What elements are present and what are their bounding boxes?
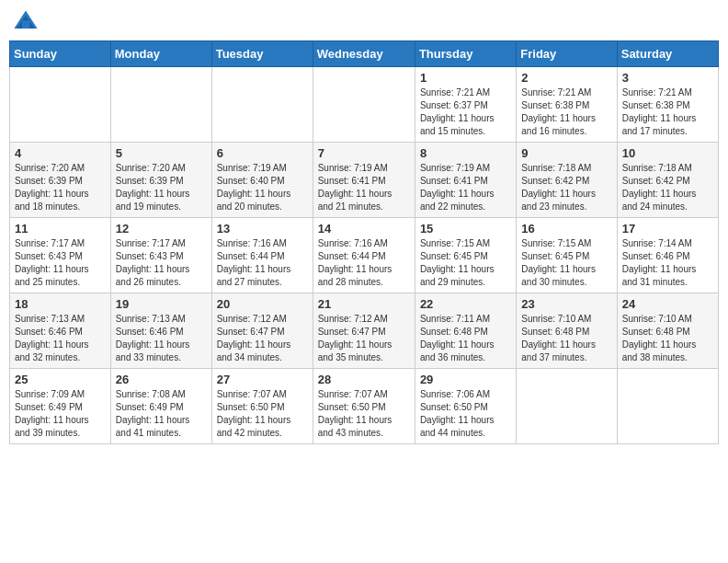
day-cell: 25Sunrise: 7:09 AM Sunset: 6:49 PM Dayli… xyxy=(10,369,111,444)
day-number: 12 xyxy=(116,222,207,236)
day-cell: 20Sunrise: 7:12 AM Sunset: 6:47 PM Dayli… xyxy=(211,293,313,369)
page-header xyxy=(9,9,719,35)
day-number: 19 xyxy=(116,297,207,311)
weekday-header-thursday: Thursday xyxy=(415,41,516,67)
weekday-row: SundayMondayTuesdayWednesdayThursdayFrid… xyxy=(10,41,719,67)
day-cell xyxy=(313,67,415,143)
day-number: 16 xyxy=(521,222,611,236)
weekday-header-wednesday: Wednesday xyxy=(313,41,415,67)
day-cell: 21Sunrise: 7:12 AM Sunset: 6:47 PM Dayli… xyxy=(313,293,415,369)
day-cell: 22Sunrise: 7:11 AM Sunset: 6:48 PM Dayli… xyxy=(415,293,516,369)
day-number: 1 xyxy=(420,71,511,85)
week-row-5: 25Sunrise: 7:09 AM Sunset: 6:49 PM Dayli… xyxy=(10,369,719,444)
calendar-table: SundayMondayTuesdayWednesdayThursdayFrid… xyxy=(9,40,719,444)
day-cell: 29Sunrise: 7:06 AM Sunset: 6:50 PM Dayli… xyxy=(415,369,516,444)
day-info: Sunrise: 7:12 AM Sunset: 6:47 PM Dayligh… xyxy=(217,313,308,364)
day-number: 2 xyxy=(521,71,611,85)
day-info: Sunrise: 7:15 AM Sunset: 6:45 PM Dayligh… xyxy=(521,237,611,289)
day-number: 7 xyxy=(318,146,410,160)
day-number: 11 xyxy=(15,222,106,236)
day-info: Sunrise: 7:14 AM Sunset: 6:46 PM Dayligh… xyxy=(622,237,713,289)
day-cell: 11Sunrise: 7:17 AM Sunset: 6:43 PM Dayli… xyxy=(10,218,111,293)
svg-rect-2 xyxy=(22,21,29,29)
day-info: Sunrise: 7:07 AM Sunset: 6:50 PM Dayligh… xyxy=(318,388,410,440)
day-cell: 17Sunrise: 7:14 AM Sunset: 6:46 PM Dayli… xyxy=(617,218,718,293)
day-info: Sunrise: 7:09 AM Sunset: 6:49 PM Dayligh… xyxy=(15,388,106,440)
day-number: 17 xyxy=(622,222,713,236)
day-number: 3 xyxy=(622,71,713,85)
day-cell: 13Sunrise: 7:16 AM Sunset: 6:44 PM Dayli… xyxy=(211,218,313,293)
day-info: Sunrise: 7:10 AM Sunset: 6:48 PM Dayligh… xyxy=(521,313,611,364)
calendar-header: SundayMondayTuesdayWednesdayThursdayFrid… xyxy=(10,41,719,67)
day-number: 6 xyxy=(217,146,308,160)
weekday-header-saturday: Saturday xyxy=(617,41,718,67)
day-cell: 6Sunrise: 7:19 AM Sunset: 6:40 PM Daylig… xyxy=(211,143,313,218)
weekday-header-monday: Monday xyxy=(110,41,211,67)
day-number: 13 xyxy=(217,222,308,236)
day-info: Sunrise: 7:10 AM Sunset: 6:48 PM Dayligh… xyxy=(622,313,713,364)
day-info: Sunrise: 7:19 AM Sunset: 6:41 PM Dayligh… xyxy=(420,162,511,213)
day-cell: 1Sunrise: 7:21 AM Sunset: 6:37 PM Daylig… xyxy=(415,67,516,143)
day-info: Sunrise: 7:18 AM Sunset: 6:42 PM Dayligh… xyxy=(622,162,713,213)
day-number: 20 xyxy=(217,297,308,311)
day-cell: 19Sunrise: 7:13 AM Sunset: 6:46 PM Dayli… xyxy=(110,293,211,369)
day-cell xyxy=(517,369,617,444)
day-number: 25 xyxy=(15,373,106,386)
day-cell: 26Sunrise: 7:08 AM Sunset: 6:49 PM Dayli… xyxy=(110,369,211,444)
day-cell: 3Sunrise: 7:21 AM Sunset: 6:38 PM Daylig… xyxy=(617,67,718,143)
day-number: 4 xyxy=(15,146,106,160)
day-cell: 2Sunrise: 7:21 AM Sunset: 6:38 PM Daylig… xyxy=(517,67,617,143)
week-row-4: 18Sunrise: 7:13 AM Sunset: 6:46 PM Dayli… xyxy=(10,293,719,369)
calendar-body: 1Sunrise: 7:21 AM Sunset: 6:37 PM Daylig… xyxy=(10,67,719,444)
day-cell: 16Sunrise: 7:15 AM Sunset: 6:45 PM Dayli… xyxy=(517,218,617,293)
day-number: 28 xyxy=(318,373,410,386)
day-cell xyxy=(617,369,718,444)
day-cell: 12Sunrise: 7:17 AM Sunset: 6:43 PM Dayli… xyxy=(110,218,211,293)
day-cell: 27Sunrise: 7:07 AM Sunset: 6:50 PM Dayli… xyxy=(211,369,313,444)
day-info: Sunrise: 7:08 AM Sunset: 6:49 PM Dayligh… xyxy=(116,388,207,440)
day-info: Sunrise: 7:21 AM Sunset: 6:37 PM Dayligh… xyxy=(420,86,511,138)
day-info: Sunrise: 7:17 AM Sunset: 6:43 PM Dayligh… xyxy=(15,237,106,289)
day-info: Sunrise: 7:12 AM Sunset: 6:47 PM Dayligh… xyxy=(318,313,410,364)
day-info: Sunrise: 7:16 AM Sunset: 6:44 PM Dayligh… xyxy=(318,237,410,289)
weekday-header-sunday: Sunday xyxy=(10,41,111,67)
day-cell: 7Sunrise: 7:19 AM Sunset: 6:41 PM Daylig… xyxy=(313,143,415,218)
day-info: Sunrise: 7:18 AM Sunset: 6:42 PM Dayligh… xyxy=(521,162,611,213)
week-row-2: 4Sunrise: 7:20 AM Sunset: 6:39 PM Daylig… xyxy=(10,143,719,218)
day-number: 18 xyxy=(15,297,106,311)
day-cell: 23Sunrise: 7:10 AM Sunset: 6:48 PM Dayli… xyxy=(517,293,617,369)
day-info: Sunrise: 7:19 AM Sunset: 6:40 PM Dayligh… xyxy=(217,162,308,213)
day-cell: 14Sunrise: 7:16 AM Sunset: 6:44 PM Dayli… xyxy=(313,218,415,293)
day-info: Sunrise: 7:16 AM Sunset: 6:44 PM Dayligh… xyxy=(217,237,308,289)
week-row-1: 1Sunrise: 7:21 AM Sunset: 6:37 PM Daylig… xyxy=(10,67,719,143)
day-cell: 24Sunrise: 7:10 AM Sunset: 6:48 PM Dayli… xyxy=(617,293,718,369)
day-number: 15 xyxy=(420,222,511,236)
day-cell: 8Sunrise: 7:19 AM Sunset: 6:41 PM Daylig… xyxy=(415,143,516,218)
day-number: 14 xyxy=(318,222,410,236)
day-info: Sunrise: 7:06 AM Sunset: 6:50 PM Dayligh… xyxy=(420,388,511,440)
day-number: 24 xyxy=(622,297,713,311)
day-cell: 4Sunrise: 7:20 AM Sunset: 6:39 PM Daylig… xyxy=(10,143,111,218)
logo xyxy=(13,9,42,35)
weekday-header-friday: Friday xyxy=(517,41,617,67)
day-number: 26 xyxy=(116,373,207,386)
day-number: 27 xyxy=(217,373,308,386)
day-info: Sunrise: 7:11 AM Sunset: 6:48 PM Dayligh… xyxy=(420,313,511,364)
day-info: Sunrise: 7:21 AM Sunset: 6:38 PM Dayligh… xyxy=(622,86,713,138)
day-number: 22 xyxy=(420,297,511,311)
day-number: 9 xyxy=(521,146,611,160)
day-cell xyxy=(10,67,111,143)
week-row-3: 11Sunrise: 7:17 AM Sunset: 6:43 PM Dayli… xyxy=(10,218,719,293)
day-cell: 9Sunrise: 7:18 AM Sunset: 6:42 PM Daylig… xyxy=(517,143,617,218)
day-number: 29 xyxy=(420,373,511,386)
day-cell: 5Sunrise: 7:20 AM Sunset: 6:39 PM Daylig… xyxy=(110,143,211,218)
day-info: Sunrise: 7:15 AM Sunset: 6:45 PM Dayligh… xyxy=(420,237,511,289)
day-info: Sunrise: 7:17 AM Sunset: 6:43 PM Dayligh… xyxy=(116,237,207,289)
day-info: Sunrise: 7:13 AM Sunset: 6:46 PM Dayligh… xyxy=(15,313,106,364)
day-info: Sunrise: 7:07 AM Sunset: 6:50 PM Dayligh… xyxy=(217,388,308,440)
day-cell: 10Sunrise: 7:18 AM Sunset: 6:42 PM Dayli… xyxy=(617,143,718,218)
weekday-header-tuesday: Tuesday xyxy=(211,41,313,67)
day-info: Sunrise: 7:19 AM Sunset: 6:41 PM Dayligh… xyxy=(318,162,410,213)
logo-icon xyxy=(13,9,39,35)
day-cell xyxy=(211,67,313,143)
